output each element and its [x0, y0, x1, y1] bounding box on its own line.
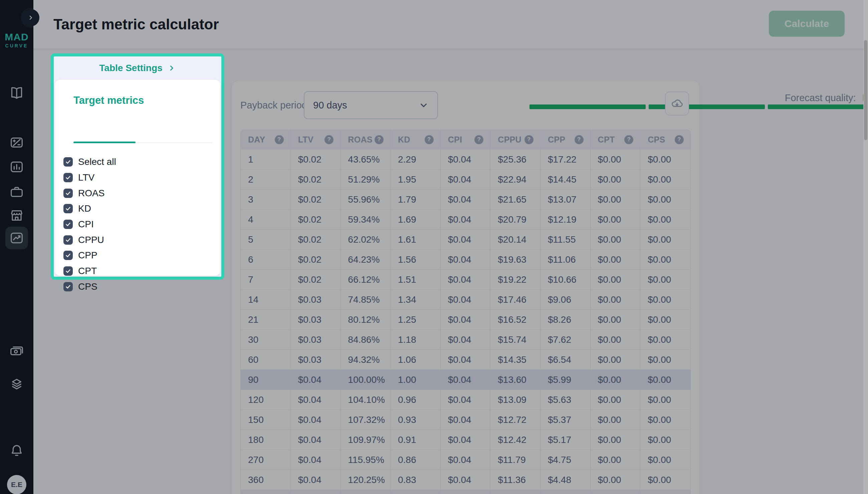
check-icon — [65, 221, 72, 228]
chevron-right-icon — [167, 64, 176, 72]
table-settings-panel: Table Settings Target metrics Select all… — [51, 53, 224, 280]
check-icon — [65, 268, 72, 274]
metric-option-label: CPP — [78, 250, 97, 261]
check-icon — [65, 205, 72, 212]
check-icon — [65, 158, 72, 165]
target-metrics-tab[interactable]: Target metrics — [73, 94, 144, 107]
active-tab-underline — [73, 141, 135, 143]
checkbox-checked[interactable] — [63, 189, 73, 198]
metric-options-list: Select allLTVROASKDCPICPPUCPPCPTCPS — [63, 154, 214, 294]
check-icon — [65, 283, 72, 290]
metric-option-label: ROAS — [78, 188, 105, 198]
checkbox-checked[interactable] — [63, 173, 73, 182]
metric-option-label: CPT — [78, 266, 97, 277]
table-settings-body: Target metrics Select allLTVROASKDCPICPP… — [55, 80, 220, 276]
checkbox-checked[interactable] — [63, 266, 73, 276]
metric-option-label: Select all — [78, 156, 116, 167]
scrollbar-thumb[interactable] — [864, 40, 867, 140]
app-root: MAD CURVE E.E Target metric calculator C… — [0, 0, 868, 494]
metric-option-label: CPS — [78, 281, 97, 292]
metric-option-cpi[interactable]: CPI — [63, 216, 214, 232]
metric-option-select-all[interactable]: Select all — [63, 154, 214, 170]
check-icon — [65, 237, 72, 243]
checkbox-checked[interactable] — [63, 251, 73, 260]
metric-option-ltv[interactable]: LTV — [63, 170, 214, 186]
table-settings-header[interactable]: Table Settings — [54, 56, 221, 80]
checkbox-checked[interactable] — [63, 204, 73, 213]
metric-option-cps[interactable]: CPS — [63, 279, 214, 295]
checkbox-checked[interactable] — [63, 282, 73, 291]
metric-option-label: CPPU — [78, 235, 104, 245]
metric-option-cpp[interactable]: CPP — [63, 248, 214, 263]
checkbox-checked[interactable] — [63, 235, 73, 245]
metric-option-cpt[interactable]: CPT — [63, 263, 214, 279]
metric-option-cppu[interactable]: CPPU — [63, 232, 214, 248]
metric-option-kd[interactable]: KD — [63, 201, 214, 216]
scrollbar-track[interactable] — [863, 0, 868, 494]
metric-option-label: LTV — [78, 172, 94, 183]
metric-option-label: KD — [78, 203, 91, 214]
metric-option-roas[interactable]: ROAS — [63, 185, 214, 201]
check-icon — [65, 174, 72, 181]
table-settings-label: Table Settings — [99, 63, 162, 73]
checkbox-checked[interactable] — [63, 157, 73, 167]
check-icon — [65, 190, 72, 196]
checkbox-checked[interactable] — [63, 220, 73, 229]
check-icon — [65, 252, 72, 259]
metric-option-label: CPI — [78, 219, 94, 230]
